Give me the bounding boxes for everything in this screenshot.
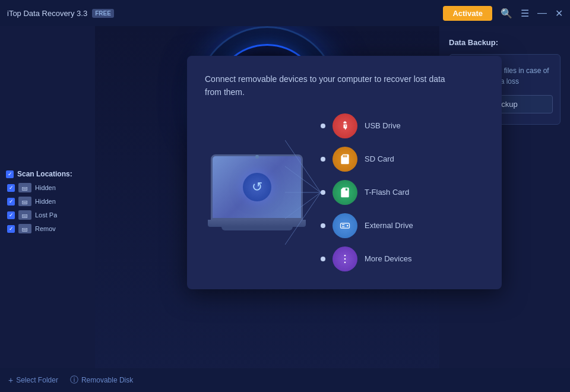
close-icon[interactable]: ✕ [555, 8, 563, 19]
overlay-description: Connect removable devices to your comput… [205, 72, 454, 99]
svg-line-4 [285, 192, 321, 245]
device-list: USB Drive SD Card [321, 113, 484, 271]
svg-line-3 [285, 192, 321, 219]
select-folder-button[interactable]: + Select Folder [8, 375, 58, 385]
svg-line-0 [285, 140, 321, 192]
device-dot-more [321, 257, 325, 261]
bottom-bar: + Select Folder ⓘ Removable Disk [0, 368, 570, 392]
device-item-sd[interactable]: SD Card [321, 147, 484, 172]
device-dot-tf [321, 190, 325, 195]
minimize-icon[interactable]: — [537, 8, 547, 18]
list-item: 🖴 Hidden [6, 183, 89, 192]
svg-point-12 [344, 261, 346, 263]
external-drive-icon [332, 213, 357, 238]
svg-point-10 [344, 255, 346, 257]
device-item-ext[interactable]: External Drive [321, 213, 484, 238]
svg-text:TF: TF [342, 192, 347, 196]
disk-icon: ⓘ [70, 375, 78, 385]
app-title: iTop Data Recovery 3.3 [7, 9, 87, 18]
center-area: SCAN Deep Scan ⓘ Connect removable devic… [95, 26, 439, 392]
menu-icon[interactable]: ☰ [521, 8, 529, 19]
laptop-icon-circle: ↺ [243, 173, 271, 201]
svg-point-7 [347, 225, 349, 227]
list-item: 🖴 Lost Pa [6, 210, 89, 220]
select-folder-label: Select Folder [16, 376, 58, 384]
device-dot-ext [321, 223, 325, 228]
scan-locations: Scan Locations: 🖴 Hidden 🖴 Hidden 🖴 Lost… [0, 163, 95, 233]
device-name-ext: External Drive [365, 221, 413, 230]
list-item: 🖴 Hidden [6, 197, 89, 206]
titlebar-right: Activate 🔍 ☰ — ✕ [443, 6, 563, 21]
more-devices-icon [332, 246, 357, 271]
device-name-sd: SD Card [365, 154, 394, 163]
sidebar: Scan Locations: 🖴 Hidden 🖴 Hidden 🖴 Lost… [0, 26, 95, 392]
hdd-icon: 🖴 [18, 210, 31, 220]
titlebar: iTop Data Recovery 3.3 FREE Activate 🔍 ☰… [0, 0, 570, 26]
device-dot-sd [321, 157, 325, 162]
location-checkbox-3[interactable] [7, 225, 15, 233]
overlay-panel: Connect removable devices to your comput… [187, 56, 502, 289]
device-item-tf[interactable]: TF T-Flash Card [321, 180, 484, 205]
usb-drive-icon [332, 113, 357, 138]
svg-line-1 [285, 166, 321, 192]
scan-locations-label: Scan Locations: [17, 170, 72, 178]
sd-card-icon [332, 147, 357, 172]
location-checkbox-0[interactable] [7, 184, 15, 192]
connector-lines-svg [285, 127, 321, 258]
location-label-3: Remov [35, 225, 56, 232]
scan-locations-checkbox[interactable] [6, 170, 14, 178]
device-name-more: More Devices [365, 254, 411, 263]
laptop-camera [255, 155, 259, 159]
hdd-icon: 🖴 [18, 183, 31, 192]
plus-icon: + [8, 375, 13, 385]
location-label-1: Hidden [35, 198, 56, 205]
main-layout: Scan Locations: 🖴 Hidden 🖴 Hidden 🖴 Lost… [0, 26, 570, 392]
hdd-icon: 🖴 [18, 224, 31, 233]
search-icon[interactable]: 🔍 [501, 8, 512, 19]
titlebar-left: iTop Data Recovery 3.3 FREE [7, 9, 114, 18]
data-backup-title: Data Backup: [449, 38, 560, 47]
activate-button[interactable]: Activate [443, 6, 492, 21]
list-item: 🖴 Remov [6, 224, 89, 233]
overlay-body: ↺ [205, 113, 484, 271]
recovery-icon: ↺ [252, 179, 262, 195]
scan-locations-header: Scan Locations: [6, 170, 89, 178]
device-item-usb[interactable]: USB Drive [321, 113, 484, 138]
device-name-tf: T-Flash Card [365, 188, 409, 197]
location-label-2: Lost Pa [35, 211, 57, 219]
location-label-0: Hidden [35, 184, 56, 191]
device-name-usb: USB Drive [365, 121, 401, 130]
location-checkbox-1[interactable] [7, 198, 15, 206]
laptop-stand [221, 227, 293, 230]
location-checkbox-2[interactable] [7, 211, 15, 219]
device-dot-usb [321, 124, 325, 128]
device-item-more[interactable]: More Devices [321, 246, 484, 271]
hdd-icon: 🖴 [18, 197, 31, 206]
svg-point-11 [344, 258, 346, 260]
tf-card-icon: TF [332, 180, 357, 205]
free-badge: FREE [92, 9, 114, 18]
removable-disk-label: Removable Disk [81, 376, 133, 384]
removable-disk-button[interactable]: ⓘ Removable Disk [70, 375, 133, 385]
